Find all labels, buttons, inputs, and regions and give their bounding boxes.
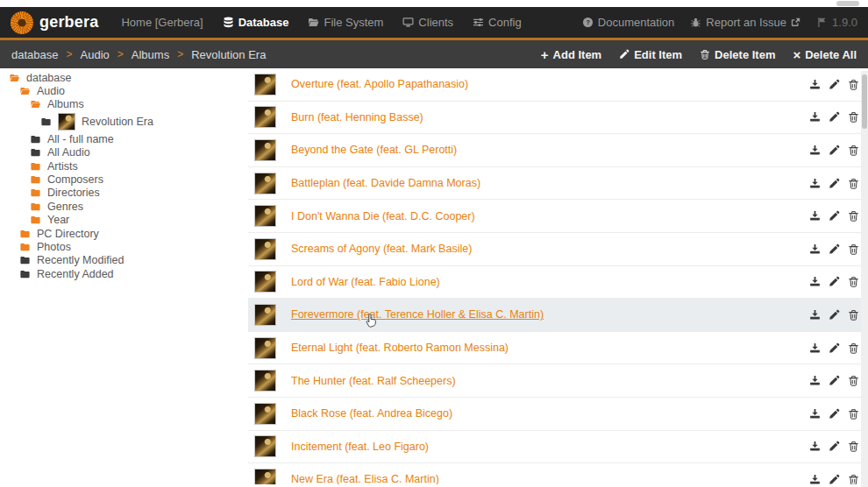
delete-item-button[interactable]: Delete Item [700, 48, 775, 61]
track-link[interactable]: Forevermore (feat. Terence Holler & Elis… [291, 308, 544, 321]
nav-item-config[interactable]: Config [473, 16, 522, 29]
delete-all-button[interactable]: ×Delete All [793, 48, 857, 61]
tree-item-all-full-name[interactable]: All - full name [2, 132, 248, 145]
download-icon[interactable] [809, 145, 821, 156]
download-icon[interactable] [809, 178, 821, 189]
track-link[interactable]: The Hunter (feat. Ralf Scheepers) [291, 375, 456, 387]
nav-item-database[interactable]: Database [223, 16, 289, 29]
nav-item-file-system[interactable]: File System [308, 16, 383, 29]
delete-icon[interactable] [848, 79, 859, 90]
download-icon[interactable] [809, 244, 821, 255]
edit-icon[interactable] [829, 342, 840, 354]
download-icon[interactable] [809, 375, 821, 386]
edit-icon[interactable] [829, 244, 840, 255]
breadcrumb-item-revolution-era[interactable]: Revolution Era [191, 48, 266, 61]
tree-item-directories[interactable]: Directories [2, 187, 248, 200]
track-row[interactable]: Burn (feat. Henning Basse) [248, 102, 868, 135]
tree-item-genres[interactable]: Genres [2, 200, 248, 213]
track-row[interactable]: Black Rose (feat. Andrea Bicego) [248, 398, 868, 431]
track-link[interactable]: Screams of Agony (feat. Mark Basile) [291, 243, 472, 255]
download-icon[interactable] [809, 79, 821, 90]
delete-icon[interactable] [848, 276, 859, 287]
track-row[interactable]: Overture (feat. Apollo Papathanasio) [248, 68, 868, 102]
track-row[interactable]: Incitement (feat. Leo Figaro) [248, 431, 868, 464]
track-link[interactable]: Incitement (feat. Leo Figaro) [291, 441, 429, 453]
track-link[interactable]: Burn (feat. Henning Basse) [291, 111, 423, 124]
nav-item-clients[interactable]: Clients [402, 16, 453, 29]
tree-item-revolution-era[interactable]: Revolution Era [2, 111, 248, 132]
edit-icon[interactable] [829, 375, 840, 386]
app-brand[interactable]: gerbera [11, 11, 98, 34]
edit-item-button[interactable]: Edit Item [619, 48, 682, 61]
track-link[interactable]: Overture (feat. Apollo Papathanasio) [291, 78, 468, 90]
delete-icon[interactable] [848, 342, 859, 354]
delete-icon[interactable] [848, 210, 859, 222]
track-link[interactable]: Battleplan (feat. Davide Damna Moras) [291, 177, 480, 189]
scrollbar-thumb[interactable] [862, 74, 867, 129]
tree-item-year[interactable]: Year [2, 214, 248, 227]
track-link[interactable]: Black Rose (feat. Andrea Bicego) [291, 407, 452, 420]
scrollbar-corner [836, 1, 859, 6]
add-item-button[interactable]: +Add Item [541, 48, 601, 61]
track-row[interactable]: Eternal Light (feat. Roberto Ramon Messi… [248, 332, 868, 365]
tree-item-recently-modified[interactable]: Recently Modified [2, 254, 248, 267]
edit-icon[interactable] [829, 145, 840, 156]
delete-icon[interactable] [848, 309, 859, 321]
tree-item-recently-added[interactable]: Recently Added [2, 267, 248, 280]
track-row[interactable]: Forevermore (feat. Terence Holler & Elis… [248, 299, 868, 332]
nav-link-report-an-issue[interactable]: Report an Issue [690, 16, 800, 29]
download-icon[interactable] [809, 111, 821, 123]
track-link[interactable]: New Era (feat. Elisa C. Martin) [291, 473, 439, 484]
edit-icon[interactable] [829, 408, 840, 420]
tree-item-all-audio[interactable]: All Audio [2, 146, 248, 159]
track-link[interactable]: I Don't Wanna Die (feat. D.C. Cooper) [291, 210, 475, 222]
edit-icon[interactable] [829, 111, 840, 123]
delete-icon[interactable] [848, 375, 859, 386]
nav-item-home-gerbera[interactable]: Home [Gerbera] [121, 16, 203, 29]
delete-icon[interactable] [848, 111, 859, 123]
download-icon[interactable] [809, 474, 821, 484]
download-icon[interactable] [809, 276, 821, 287]
edit-icon[interactable] [829, 178, 840, 189]
tree-item-composers[interactable]: Composers [2, 173, 248, 186]
track-row[interactable]: Lord of War (feat. Fabio Lione) [248, 266, 868, 300]
edit-icon[interactable] [829, 474, 840, 484]
track-link[interactable]: Eternal Light (feat. Roberto Ramon Messi… [291, 342, 509, 354]
edit-icon[interactable] [829, 276, 840, 287]
delete-icon[interactable] [848, 145, 859, 156]
tree-item-artists[interactable]: Artists [2, 159, 248, 173]
track-row[interactable]: Beyond the Gate (feat. GL Perotti) [248, 134, 868, 167]
delete-icon[interactable] [848, 474, 859, 484]
edit-icon[interactable] [829, 441, 840, 452]
edit-icon[interactable] [829, 79, 840, 90]
tree-item-albums[interactable]: Albums [2, 98, 248, 111]
track-row[interactable]: The Hunter (feat. Ralf Scheepers) [248, 364, 868, 398]
download-icon[interactable] [809, 408, 821, 420]
track-row[interactable]: Battleplan (feat. Davide Damna Moras) [248, 167, 868, 201]
scrollbar[interactable] [861, 71, 868, 487]
tree-item-pc-directory[interactable]: PC Directory [2, 227, 248, 240]
track-row[interactable]: Screams of Agony (feat. Mark Basile) [248, 233, 868, 266]
edit-icon[interactable] [829, 309, 840, 321]
delete-icon[interactable] [848, 178, 859, 189]
download-icon[interactable] [809, 441, 821, 452]
folder-icon [30, 201, 41, 212]
edit-icon[interactable] [829, 210, 840, 222]
breadcrumb-item-albums[interactable]: Albums [132, 48, 169, 61]
breadcrumb-item-audio[interactable]: Audio [81, 48, 110, 61]
track-row[interactable]: New Era (feat. Elisa C. Martin) [248, 463, 868, 484]
tree-item-audio[interactable]: Audio [2, 84, 248, 97]
delete-icon[interactable] [848, 408, 859, 420]
track-link[interactable]: Beyond the Gate (feat. GL Perotti) [291, 144, 457, 156]
nav-link-documentation[interactable]: Documentation [582, 16, 674, 29]
tree-item-photos[interactable]: Photos [2, 240, 248, 253]
track-link[interactable]: Lord of War (feat. Fabio Lione) [291, 276, 440, 288]
breadcrumb-item-database[interactable]: database [11, 48, 59, 61]
download-icon[interactable] [809, 309, 821, 321]
delete-icon[interactable] [848, 244, 859, 255]
delete-icon[interactable] [848, 441, 859, 452]
tree-item-database[interactable]: database [2, 71, 248, 84]
track-row[interactable]: I Don't Wanna Die (feat. D.C. Cooper) [248, 200, 868, 233]
download-icon[interactable] [809, 342, 821, 354]
download-icon[interactable] [809, 210, 821, 222]
